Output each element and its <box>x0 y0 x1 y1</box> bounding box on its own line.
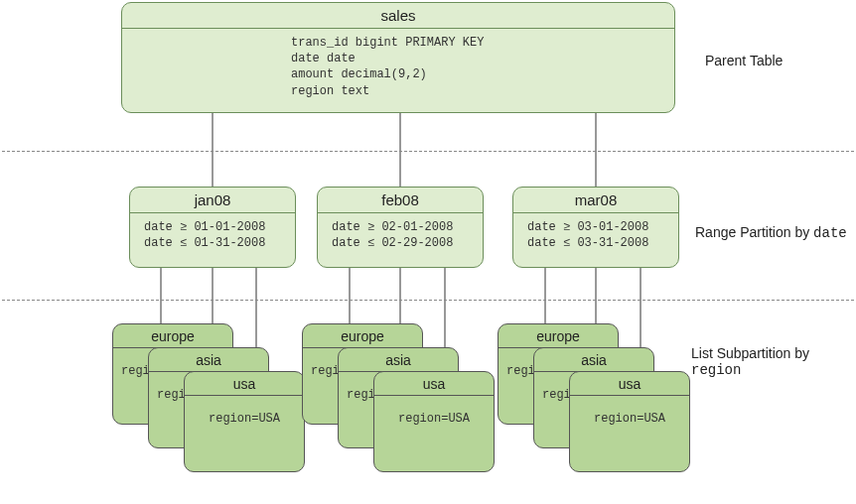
parent-col-0: trans_id bigint PRIMARY KEY <box>291 35 664 51</box>
level-divider-1 <box>2 151 854 152</box>
partition-title: feb08 <box>318 188 483 213</box>
sub-title: usa <box>185 372 304 396</box>
sub-title: europe <box>113 324 232 348</box>
parent-level-label: Parent Table <box>705 53 783 68</box>
constraint-0: date ≥ 03-01-2008 <box>527 219 668 235</box>
parent-table-columns: trans_id bigint PRIMARY KEY date date am… <box>122 29 674 107</box>
list-level-label: List Subpartition by region <box>691 345 856 378</box>
partition-title: mar08 <box>513 188 678 213</box>
subpartition-usa: usa region=USA <box>373 371 495 472</box>
sub-title: asia <box>339 348 458 372</box>
sub-title: usa <box>374 372 494 396</box>
partition-jan08: jan08 date ≥ 01-01-2008 date ≤ 01-31-200… <box>129 187 296 268</box>
subpartition-usa: usa region=USA <box>184 371 305 472</box>
constraint-0: date ≥ 02-01-2008 <box>332 219 473 235</box>
sub-body: region=USA <box>570 396 689 426</box>
parent-table-box: sales trans_id bigint PRIMARY KEY date d… <box>121 2 675 113</box>
sub-title: europe <box>499 324 618 348</box>
constraint-1: date ≤ 02-29-2008 <box>332 235 473 251</box>
sub-body: region=USA <box>185 396 304 426</box>
sub-title: europe <box>303 324 422 348</box>
range-label-code: date <box>813 225 847 241</box>
parent-table-title: sales <box>122 3 674 29</box>
partition-mar08: mar08 date ≥ 03-01-2008 date ≤ 03-31-200… <box>512 187 679 268</box>
partition-feb08: feb08 date ≥ 02-01-2008 date ≤ 02-29-200… <box>317 187 484 268</box>
partition-body: date ≥ 03-01-2008 date ≤ 03-31-2008 <box>513 213 678 259</box>
subpartition-usa: usa region=USA <box>569 371 690 472</box>
partition-title: jan08 <box>130 188 295 213</box>
constraint-1: date ≤ 03-31-2008 <box>527 235 668 251</box>
constraint-0: date ≥ 01-01-2008 <box>144 219 285 235</box>
parent-col-1: date date <box>291 51 664 66</box>
level-divider-2 <box>2 300 854 301</box>
range-label-text: Range Partition by <box>695 224 813 240</box>
constraint-1: date ≤ 01-31-2008 <box>144 235 285 251</box>
range-level-label: Range Partition by date <box>695 224 847 241</box>
sub-body: region=USA <box>374 396 494 426</box>
parent-col-2: amount decimal(9,2) <box>291 66 664 82</box>
list-label-code: region <box>691 362 741 378</box>
list-label-text: List Subpartition by <box>691 345 809 361</box>
sub-title: asia <box>534 348 653 372</box>
partition-body: date ≥ 01-01-2008 date ≤ 01-31-2008 <box>130 213 295 259</box>
parent-col-3: region text <box>291 83 664 99</box>
partition-body: date ≥ 02-01-2008 date ≤ 02-29-2008 <box>318 213 483 259</box>
sub-title: asia <box>149 348 268 372</box>
sub-title: usa <box>570 372 689 396</box>
